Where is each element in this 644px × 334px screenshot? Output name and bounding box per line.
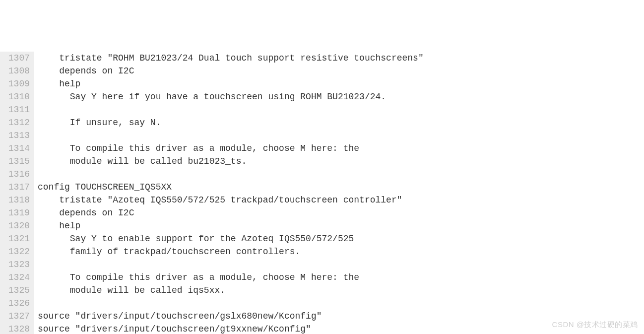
watermark: CSDN @技术过硬的菜鸡	[552, 318, 638, 331]
code-line[interactable]	[38, 129, 644, 142]
line-number: 1314	[2, 142, 30, 155]
line-number: 1326	[2, 297, 30, 310]
line-number: 1311	[2, 103, 30, 116]
code-line[interactable]: Say Y to enable support for the Azoteq I…	[38, 232, 644, 245]
code-line[interactable]: help	[38, 219, 644, 232]
code-line[interactable]: Say Y here if you have a touchscreen usi…	[38, 90, 644, 103]
code-line[interactable]	[38, 258, 644, 271]
code-line[interactable]: config TOUCHSCREEN_IQS5XX	[38, 181, 644, 194]
line-number: 1318	[2, 194, 30, 206]
code-line[interactable]	[38, 297, 644, 310]
line-number: 1323	[2, 258, 30, 271]
line-number: 1307	[2, 52, 30, 65]
line-number: 1316	[2, 168, 30, 181]
line-number: 1328	[2, 323, 30, 334]
code-editor: 1307130813091310131113121313131413151316…	[0, 52, 644, 334]
line-number: 1319	[2, 206, 30, 219]
line-number: 1312	[2, 116, 30, 129]
line-number: 1309	[2, 77, 30, 90]
code-line[interactable]: depends on I2C	[38, 65, 644, 77]
code-line[interactable]: module will be called iqs5xx.	[38, 284, 644, 297]
code-line[interactable]: module will be called bu21023_ts.	[38, 155, 644, 168]
line-number: 1313	[2, 129, 30, 142]
line-number: 1320	[2, 219, 30, 232]
code-line[interactable]: To compile this driver as a module, choo…	[38, 271, 644, 284]
line-number: 1324	[2, 271, 30, 284]
line-number: 1322	[2, 245, 30, 258]
code-line[interactable]	[38, 103, 644, 116]
code-line[interactable]: tristate "Azoteq IQS550/572/525 trackpad…	[38, 194, 644, 206]
code-line[interactable]: help	[38, 77, 644, 90]
line-number: 1308	[2, 65, 30, 77]
code-line[interactable]: family of trackpad/touchscreen controlle…	[38, 245, 644, 258]
code-line[interactable]: To compile this driver as a module, choo…	[38, 142, 644, 155]
code-line[interactable]: depends on I2C	[38, 206, 644, 219]
line-number: 1321	[2, 232, 30, 245]
line-number: 1310	[2, 90, 30, 103]
line-number: 1327	[2, 310, 30, 323]
line-number: 1315	[2, 155, 30, 168]
code-line[interactable]: If unsure, say N.	[38, 116, 644, 129]
code-line[interactable]	[38, 168, 644, 181]
code-area[interactable]: tristate "ROHM BU21023/24 Dual touch sup…	[34, 52, 644, 334]
line-number-gutter: 1307130813091310131113121313131413151316…	[0, 52, 34, 334]
line-number: 1317	[2, 181, 30, 194]
line-number: 1325	[2, 284, 30, 297]
code-line[interactable]: tristate "ROHM BU21023/24 Dual touch sup…	[38, 52, 644, 65]
